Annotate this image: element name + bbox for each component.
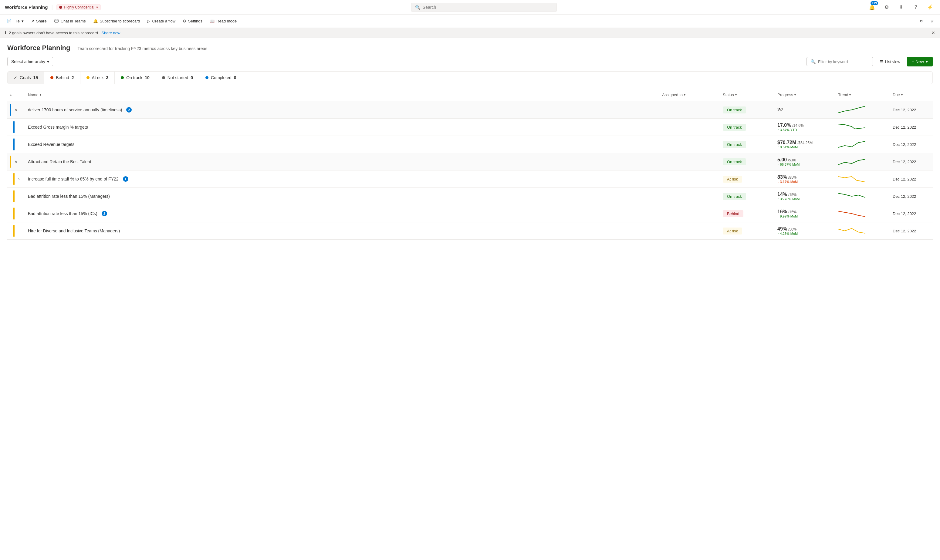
list-view-button[interactable]: ☰ List view xyxy=(877,58,903,66)
row8-assigned-cell xyxy=(660,228,720,233)
row4-progress-cell: 5.00 /5.00 ↑ 66.67% MoM xyxy=(775,155,835,169)
header-trend[interactable]: Trend ▾ xyxy=(835,91,890,98)
row1-comment-badge[interactable]: 2 xyxy=(126,107,132,112)
goals-label: Goals xyxy=(20,75,31,80)
row2-name-cell: Exceed Gross margin % targets xyxy=(26,122,660,132)
table-row: ∨ Attract and Retain the Best Talent On … xyxy=(7,153,933,171)
row1-expand-btn[interactable]: ∨ xyxy=(13,106,19,114)
info-banner: ℹ 2 goals owners don't have access to th… xyxy=(0,28,940,38)
row5-trend-chart xyxy=(838,174,865,185)
row1-progress-main: 2 xyxy=(777,107,780,112)
table-row: Bad attrition rate less than 15% (ICs) 2… xyxy=(7,205,933,222)
row5-expand-cell: › xyxy=(7,171,26,188)
filter-input-container[interactable]: 🔍 xyxy=(806,57,873,66)
at-risk-label: At risk xyxy=(92,75,104,80)
row2-progress-change: ↑ 3.87% YTD xyxy=(777,128,804,132)
at-risk-count: 3 xyxy=(106,75,108,80)
row7-status-cell: Behind xyxy=(720,208,775,220)
create-flow-button[interactable]: ▷ Create a flow xyxy=(144,17,178,25)
read-label: Read mode xyxy=(216,19,237,23)
row6-name-cell: Bad attrition rate less than 15% (Manage… xyxy=(26,191,660,202)
row1-progress-sub: /2 xyxy=(780,108,783,112)
row5-status-cell: At risk xyxy=(720,173,775,185)
list-icon: ☰ xyxy=(880,60,883,64)
teams-icon: 💬 xyxy=(54,19,59,23)
stat-goals[interactable]: ✓ Goals 15 xyxy=(8,72,44,84)
hierarchy-select[interactable]: Select a hierarchy ▾ xyxy=(7,57,53,66)
refresh-button[interactable]: ↺ xyxy=(917,17,925,25)
info-link[interactable]: Share now. xyxy=(102,31,121,35)
settings-label: Settings xyxy=(188,19,202,23)
sensitivity-badge: Highly Confidential ▾ xyxy=(57,4,101,10)
notification-button[interactable]: 🔔 119 xyxy=(867,2,877,12)
row6-due: Dec 12, 2022 xyxy=(893,194,916,199)
on-track-count: 10 xyxy=(145,75,149,80)
row3-due-cell: Dec 12, 2022 xyxy=(890,140,933,149)
row8-progress-main: 49% xyxy=(777,226,787,231)
row5-assigned-cell xyxy=(660,177,720,182)
row8-bar xyxy=(13,225,15,237)
file-button[interactable]: 📄 File ▾ xyxy=(4,17,27,25)
row7-expand-cell xyxy=(7,205,26,222)
header-status[interactable]: Status ▾ xyxy=(720,91,775,98)
share-button[interactable]: ↗ Share xyxy=(28,17,50,25)
share-label: Share xyxy=(36,19,47,23)
table-row: Hire for Diverse and Inclusive Teams (Ma… xyxy=(7,222,933,240)
table-row: Exceed Revenue targets On track $70.72M … xyxy=(7,136,933,153)
row7-progress-main: 16% xyxy=(777,209,787,214)
table-row: Bad attrition rate less than 15% (Manage… xyxy=(7,188,933,205)
new-button[interactable]: + New ▾ xyxy=(907,57,933,66)
filter-input[interactable] xyxy=(818,60,869,64)
info-message: 2 goals owners don't have access to this… xyxy=(9,31,99,35)
settings-icon-button[interactable]: ⚙ xyxy=(882,2,891,12)
row4-expand-btn[interactable]: ∨ xyxy=(13,158,19,165)
header-assigned[interactable]: Assigned to ▾ xyxy=(660,91,720,98)
read-mode-button[interactable]: 📖 Read mode xyxy=(207,17,240,25)
subscribe-button[interactable]: 🔔 Subscribe to scorecard xyxy=(90,17,143,25)
row7-comment-badge[interactable]: 2 xyxy=(102,211,107,216)
file-label: File xyxy=(13,19,20,23)
stat-not-started[interactable]: Not started 0 xyxy=(156,72,199,84)
row6-progress-change: ↑ 35.78% MoM xyxy=(777,197,800,201)
header-progress[interactable]: Progress ▾ xyxy=(775,91,835,98)
row2-due: Dec 12, 2022 xyxy=(893,125,916,129)
goals-check-icon: ✓ xyxy=(14,75,17,80)
row5-comment-badge[interactable]: 1 xyxy=(123,176,128,182)
row4-progress-main: 5.00 xyxy=(777,157,787,162)
row1-name-cell: deliver 1700 hours of service annually (… xyxy=(26,105,660,115)
share-network-button[interactable]: ⚡ xyxy=(925,2,935,12)
search-input[interactable] xyxy=(423,5,553,10)
on-track-dot xyxy=(121,76,124,79)
stat-on-track[interactable]: On track 10 xyxy=(115,72,155,84)
header-due[interactable]: Due ▾ xyxy=(890,91,933,98)
row5-expand-btn[interactable]: › xyxy=(17,175,21,183)
completed-dot xyxy=(205,76,208,79)
flow-label: Create a flow xyxy=(152,19,175,23)
table-container: » Name ▾ Assigned to ▾ Status ▾ Progress… xyxy=(7,89,933,240)
chat-in-teams-button[interactable]: 💬 Chat in Teams xyxy=(51,17,89,25)
row7-name: Bad attrition rate less than 15% (ICs) xyxy=(28,211,97,216)
row5-progress-main: 83% xyxy=(777,174,787,180)
stat-completed[interactable]: Completed 0 xyxy=(199,72,242,84)
download-button[interactable]: ⬇ xyxy=(896,2,906,12)
title-bar-left: Workforce Planning | Highly Confidential… xyxy=(5,4,101,10)
header-name[interactable]: Name ▾ xyxy=(26,91,660,98)
help-button[interactable]: ? xyxy=(911,2,921,12)
row8-name-cell: Hire for Diverse and Inclusive Teams (Ma… xyxy=(26,226,660,236)
search-bar[interactable]: 🔍 xyxy=(411,3,557,12)
row5-progress-cell: 83% /85% ↓ 3.17% MoM xyxy=(775,172,835,186)
settings-button[interactable]: ⚙ Settings xyxy=(180,17,205,25)
row5-bar xyxy=(13,173,15,185)
app-title: Workforce Planning xyxy=(5,5,48,10)
row1-bar xyxy=(10,104,11,116)
completed-label: Completed xyxy=(211,75,232,80)
row6-due-cell: Dec 12, 2022 xyxy=(890,192,933,201)
row7-assigned-cell xyxy=(660,211,720,216)
stat-at-risk[interactable]: At risk 3 xyxy=(80,72,115,84)
expand-all-icon[interactable]: » xyxy=(10,93,12,97)
info-close-button[interactable]: ✕ xyxy=(931,30,935,35)
stat-behind[interactable]: Behind 2 xyxy=(44,72,80,84)
favorite-button[interactable]: ☆ xyxy=(928,17,936,25)
row8-progress-cell: 49% /50% ↑ 4.26% MoM xyxy=(775,224,835,238)
read-icon: 📖 xyxy=(210,19,214,23)
